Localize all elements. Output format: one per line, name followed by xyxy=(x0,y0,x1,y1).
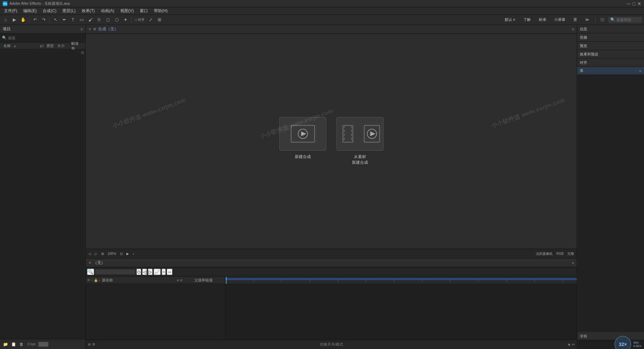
play-button[interactable]: ▶ xyxy=(11,16,18,24)
comp-canvas: 小小软件送 www.xxrjm.com 小小软件送 www.xxrjm.com … xyxy=(86,34,577,249)
timeline-tab-label[interactable]: （无） xyxy=(93,260,105,266)
timeline-layers: 👁 ○ 🔒 ▪ 源名称 ⊕ ⊕ 父级和链接 xyxy=(86,277,225,340)
workspace-more[interactable]: ≫ xyxy=(582,17,592,23)
comp-options[interactable]: 活跃摄像机 xyxy=(534,251,554,257)
new-comp-from-footage-card[interactable]: 从素材新建合成 xyxy=(336,117,384,165)
timeline-menu-icon[interactable]: ≡ xyxy=(572,261,574,265)
effects-label: 效果和预设 xyxy=(580,52,598,57)
tl-time-stretch[interactable]: ⇔ xyxy=(572,342,575,347)
menu-window[interactable]: 窗口 xyxy=(137,7,151,14)
text-tool[interactable]: T xyxy=(69,16,77,24)
close-button[interactable]: ✕ xyxy=(637,2,641,6)
tl-prev-kf[interactable]: ◁ xyxy=(142,269,147,275)
comp-play[interactable]: ▶ xyxy=(125,251,130,256)
clone-tool[interactable]: ⎘ xyxy=(95,16,103,24)
tl-next-kf[interactable]: ▷ xyxy=(148,269,153,275)
home-button[interactable]: ⌂ xyxy=(2,16,9,24)
redo-button[interactable]: ↷ xyxy=(40,16,47,24)
project-header: 项目 ≡ xyxy=(0,25,85,34)
comp-100[interactable]: 100% xyxy=(106,251,118,256)
svg-rect-5 xyxy=(343,129,345,132)
menu-effects[interactable]: 效果(T) xyxy=(79,7,97,14)
ruler-tick xyxy=(253,280,254,282)
help-search-area[interactable]: 🔍 xyxy=(608,17,642,23)
workspace-learn[interactable]: 了解 xyxy=(521,16,533,23)
menu-file[interactable]: 文件(F) xyxy=(1,7,20,14)
menu-animation[interactable]: 动画(A) xyxy=(98,7,117,14)
comp-menu-icon[interactable]: ≡ xyxy=(572,27,574,32)
roto-tool[interactable]: ⬡ xyxy=(113,16,120,24)
ruler-tick xyxy=(563,280,563,282)
comp-channels[interactable]: RGB xyxy=(555,251,565,256)
project-search-input[interactable] xyxy=(8,36,83,40)
info-label: 信息 xyxy=(580,27,587,32)
characters-header[interactable]: 字符 xyxy=(577,332,644,340)
project-area: ⊞ xyxy=(0,50,85,339)
comp-resolution[interactable]: 完整 xyxy=(566,251,575,257)
proportional-grid[interactable]: ⊞ xyxy=(156,16,163,24)
panel-switcher[interactable]: ⬛ xyxy=(599,16,606,24)
delete-btn[interactable]: 🗑 xyxy=(18,341,25,348)
audio-header[interactable]: 音频 xyxy=(577,33,644,41)
work-area-bar[interactable] xyxy=(225,278,577,280)
menu-edit[interactable]: 编辑(E) xyxy=(21,7,39,14)
shape-tool[interactable]: ▭ xyxy=(78,16,85,24)
timeline-search-input[interactable] xyxy=(95,269,135,274)
brush-tool[interactable]: 🖌 xyxy=(87,16,94,24)
color-depth-btn[interactable] xyxy=(38,342,48,347)
help-search-input[interactable] xyxy=(616,18,640,22)
project-menu-icon[interactable]: ≡ xyxy=(80,27,83,32)
puppet-tool[interactable]: ✦ xyxy=(122,16,129,24)
eraser-tool[interactable]: ◻ xyxy=(104,16,112,24)
minimize-button[interactable]: ─ xyxy=(627,2,631,6)
speed-value: 32× xyxy=(619,342,627,347)
menu-help[interactable]: 帮助(H) xyxy=(151,7,170,14)
grid-view-icon[interactable]: ⊞ xyxy=(81,50,84,55)
effects-header[interactable]: 效果和预设 xyxy=(577,50,644,58)
preview-header[interactable]: 预览 xyxy=(577,42,644,50)
timeline-close-icon[interactable]: ✕ xyxy=(88,261,91,265)
workspace-standard[interactable]: 标准 xyxy=(536,16,549,23)
comp-tab-label[interactable]: 合成（无） xyxy=(98,26,118,32)
status-bar: 32× 5k/s 8.6k/s xyxy=(577,340,644,349)
comp-grid[interactable]: ⊞ xyxy=(100,251,105,256)
comp-zoom-in[interactable]: ▷ xyxy=(93,251,99,256)
info-header[interactable]: 信息 xyxy=(577,25,644,33)
snap-button[interactable]: ⤢ xyxy=(147,16,155,24)
svg-rect-8 xyxy=(351,125,353,128)
menu-layer[interactable]: 图层(L) xyxy=(60,7,78,14)
comp-audio[interactable]: ♪ xyxy=(131,251,136,256)
new-composition-card[interactable]: 新建合成 xyxy=(279,117,326,160)
restore-button[interactable]: □ xyxy=(632,2,636,6)
new-folder-btn[interactable]: 📁 xyxy=(2,341,9,348)
workspace-default[interactable]: 默认 ≡ xyxy=(502,16,518,23)
window-controls[interactable]: ─ □ ✕ xyxy=(627,2,641,6)
undo-button[interactable]: ↶ xyxy=(31,16,39,24)
tl-mode-icon[interactable]: ⊕ xyxy=(88,342,91,347)
pen-tool[interactable]: ✒ xyxy=(61,16,68,24)
comp-fit[interactable]: ⊡ xyxy=(119,251,124,256)
watermark-1: 小小软件送 www.xxrjm.com xyxy=(111,96,187,130)
timeline-ruler[interactable] xyxy=(225,277,577,284)
hand-tool[interactable]: ✋ xyxy=(19,16,27,24)
workspace-small-screen[interactable]: 小屏幕 xyxy=(552,16,568,23)
tl-search-btn[interactable]: 🔍 xyxy=(87,269,94,275)
tl-solo[interactable]: ○ xyxy=(162,269,166,275)
library-menu-icon[interactable]: ≡ xyxy=(639,69,641,73)
tl-snap[interactable]: ↔ xyxy=(167,269,172,275)
comp-lock-icon[interactable]: ⊕ xyxy=(93,27,96,31)
workspace-vertical[interactable]: 竖 xyxy=(571,16,580,23)
tl-keyframe-btn[interactable]: ◇ xyxy=(136,269,141,275)
tl-settings-icon[interactable]: ⚙ xyxy=(92,342,95,347)
comp-zoom-out[interactable]: ◁ xyxy=(87,251,92,256)
menu-view[interactable]: 视图(V) xyxy=(118,7,136,14)
new-comp-btn[interactable]: 📋 xyxy=(10,341,17,348)
playhead[interactable] xyxy=(226,277,227,284)
align-header[interactable]: 对齐 xyxy=(577,59,644,67)
toolbar-separator-3 xyxy=(131,17,131,23)
menu-composition[interactable]: 合成(C) xyxy=(40,7,59,14)
comp-close-icon[interactable]: ✕ xyxy=(88,27,91,31)
selection-tool[interactable]: ↖ xyxy=(52,16,59,24)
tl-graph[interactable]: 📈 xyxy=(154,269,161,275)
layers-area xyxy=(86,284,225,340)
